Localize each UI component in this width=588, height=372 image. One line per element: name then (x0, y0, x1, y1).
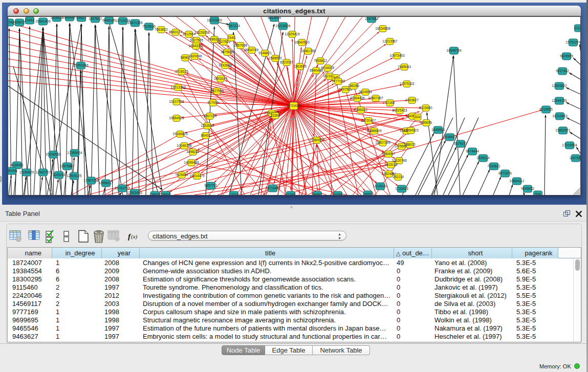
svg-text:17957253: 17957253 (83, 179, 99, 182)
svg-text:12114: 12114 (229, 193, 238, 195)
svg-text:15716485: 15716485 (265, 186, 280, 190)
svg-text:19218506: 19218506 (275, 24, 291, 28)
svg-text:12093822: 12093822 (552, 84, 567, 87)
svg-text:10236: 10236 (333, 193, 343, 195)
svg-text:3267130: 3267130 (203, 114, 216, 118)
svg-text:9777169: 9777169 (332, 79, 345, 83)
svg-text:7663822: 7663822 (155, 28, 168, 31)
svg-text:1527602: 1527602 (89, 17, 102, 20)
svg-text:16033809: 16033809 (207, 18, 222, 22)
svg-text:18807249: 18807249 (375, 141, 390, 144)
svg-text:8322037: 8322037 (280, 60, 293, 64)
svg-text:8813054: 8813054 (268, 17, 281, 19)
svg-text:1546: 1546 (228, 36, 235, 39)
svg-text:23300: 23300 (271, 114, 280, 117)
svg-text:19654925: 19654925 (169, 116, 184, 120)
svg-text:21053346: 21053346 (73, 63, 89, 67)
svg-text:4435061: 4435061 (10, 163, 24, 167)
svg-text:11209: 11209 (286, 193, 295, 195)
svg-text:17016504: 17016504 (562, 143, 577, 147)
svg-text:3624554: 3624554 (359, 90, 372, 94)
svg-text:8938923: 8938923 (443, 135, 456, 139)
svg-text:9457791: 9457791 (204, 184, 217, 187)
svg-text:10958117: 10958117 (99, 181, 114, 185)
svg-text:11156829: 11156829 (19, 170, 34, 174)
svg-text:8215955: 8215955 (539, 107, 553, 111)
svg-text:98961: 98961 (181, 56, 190, 59)
svg-text:20206536: 20206536 (46, 152, 61, 156)
svg-text:1615132: 1615132 (384, 163, 398, 166)
svg-text:7386322: 7386322 (354, 108, 367, 112)
svg-text:12213363: 12213363 (170, 85, 186, 89)
svg-text:8454749: 8454749 (245, 48, 258, 52)
svg-text:188072: 188072 (404, 143, 416, 146)
svg-text:10653287: 10653287 (62, 17, 77, 19)
svg-text:9115460: 9115460 (419, 106, 432, 110)
svg-text:2867608: 2867608 (234, 43, 247, 47)
svg-text:10046798: 10046798 (177, 144, 192, 147)
svg-text:3912954: 3912954 (182, 32, 195, 36)
svg-text:9245652: 9245652 (521, 187, 534, 190)
svg-text:16640910: 16640910 (294, 40, 310, 44)
svg-text:6466160: 6466160 (102, 18, 116, 22)
svg-text:14099489: 14099489 (184, 161, 199, 164)
svg-text:899695: 899695 (421, 121, 432, 124)
svg-text:6679197: 6679197 (454, 142, 467, 145)
svg-text:1905514: 1905514 (50, 17, 63, 19)
svg-text:15751074: 15751074 (565, 40, 580, 44)
svg-text:604: 604 (415, 115, 420, 119)
svg-text:13654923: 13654923 (403, 128, 419, 132)
svg-text:20364436: 20364436 (350, 96, 365, 100)
svg-text:746266: 746266 (348, 84, 359, 87)
svg-text:20691406: 20691406 (35, 19, 51, 23)
svg-text:86432: 86432 (201, 134, 211, 137)
svg-text:9242848: 9242848 (219, 63, 232, 67)
svg-text:8660124: 8660124 (169, 30, 182, 34)
svg-text:16210643: 16210643 (552, 114, 568, 118)
svg-text:10688609: 10688609 (366, 129, 382, 133)
svg-text:3498222: 3498222 (186, 150, 200, 154)
svg-text:417006: 417006 (207, 101, 219, 104)
svg-text:16961758: 16961758 (300, 49, 316, 53)
svg-text:9327505: 9327505 (190, 38, 203, 42)
svg-text:7515526: 7515526 (142, 25, 156, 28)
svg-text:1733426: 1733426 (395, 187, 408, 190)
svg-text:10973493: 10973493 (389, 54, 405, 57)
svg-text:12505125: 12505125 (67, 174, 82, 178)
svg-text:7632621: 7632621 (487, 164, 500, 168)
svg-text:924: 924 (535, 192, 540, 195)
svg-text:16648784: 16648784 (446, 49, 462, 52)
svg-text:6734028: 6734028 (321, 66, 334, 70)
svg-text:10654112: 10654112 (510, 179, 525, 183)
svg-text:7625402: 7625402 (175, 173, 188, 177)
svg-text:8427552: 8427552 (210, 89, 224, 93)
svg-text:19384554: 19384554 (309, 138, 324, 142)
svg-text:8471676: 8471676 (498, 171, 512, 175)
svg-text:62166: 62166 (385, 101, 395, 104)
svg-text:9084067: 9084067 (382, 152, 395, 156)
svg-text:1167533: 1167533 (569, 156, 580, 160)
svg-text:14136141: 14136141 (373, 184, 388, 188)
svg-text:16671355: 16671355 (127, 21, 143, 25)
svg-text:15527: 15527 (77, 17, 86, 19)
svg-text:2718126: 2718126 (175, 70, 188, 73)
svg-text:12325419: 12325419 (285, 32, 300, 36)
svg-text:10807457: 10807457 (368, 96, 383, 100)
svg-text:12213967: 12213967 (382, 39, 398, 43)
svg-text:12226058: 12226058 (194, 31, 210, 34)
svg-text:15720407: 15720407 (361, 119, 376, 122)
svg-text:16154838: 16154838 (375, 27, 390, 30)
svg-text:1640954: 1640954 (431, 128, 445, 132)
svg-text:9329965: 9329965 (560, 54, 573, 58)
svg-text:11121: 11121 (574, 26, 580, 30)
svg-text:12942757: 12942757 (35, 170, 51, 174)
svg-text:17359924: 17359924 (67, 151, 82, 155)
svg-text:7357224: 7357224 (227, 24, 240, 28)
svg-text:3875685: 3875685 (221, 50, 234, 54)
svg-text:2935114: 2935114 (476, 156, 490, 160)
svg-text:4463627: 4463627 (405, 98, 419, 102)
svg-text:9474444: 9474444 (466, 149, 479, 153)
svg-text:16914479: 16914479 (189, 174, 205, 178)
svg-text:9146821: 9146821 (258, 51, 272, 55)
svg-text:1588520: 1588520 (269, 56, 282, 60)
